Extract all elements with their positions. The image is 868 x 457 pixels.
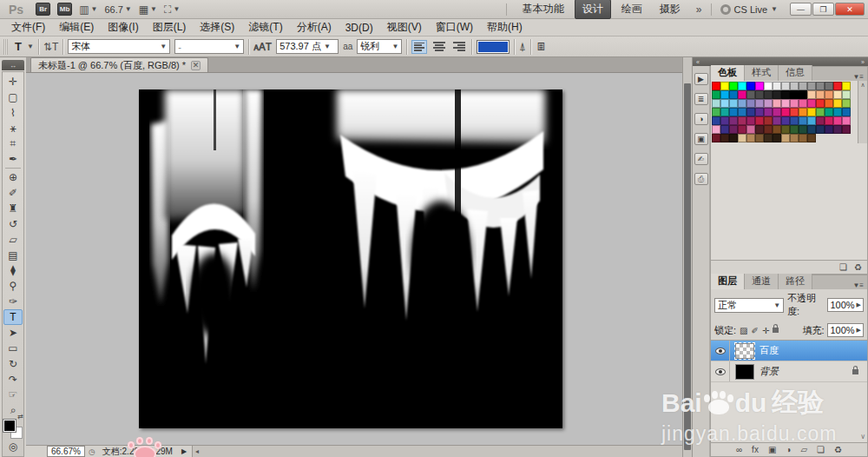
lock-pixels-icon[interactable]: ✐ — [752, 326, 759, 335]
view-extras-button[interactable]: ▥ ▼ — [79, 3, 97, 16]
color-swatch[interactable] — [842, 82, 851, 90]
workspace-基本功能[interactable]: 基本功能 — [516, 0, 571, 18]
cs-live-button[interactable]: CS Live ▼ — [720, 4, 778, 15]
color-swatch[interactable] — [781, 90, 790, 99]
tab-样式[interactable]: 样式 — [745, 65, 779, 81]
color-swatch[interactable] — [712, 125, 720, 134]
dodge-tool-icon[interactable]: ⚲ — [3, 278, 23, 294]
color-swatch[interactable] — [773, 116, 781, 125]
color-swatch[interactable] — [712, 134, 720, 142]
layer-name[interactable]: 百度 — [760, 344, 779, 357]
menu-图层[interactable]: 图层(L) — [147, 18, 193, 36]
color-swatch[interactable] — [790, 125, 799, 134]
color-swatch[interactable] — [720, 116, 729, 125]
color-swatch[interactable] — [833, 116, 842, 125]
menu-滤镜[interactable]: 滤镜(T) — [242, 18, 288, 36]
clone-source-panel-icon[interactable]: ⎙ — [694, 173, 708, 185]
color-swatch[interactable] — [720, 90, 729, 99]
menu-3D[interactable]: 3D(D) — [339, 20, 379, 36]
fill-field[interactable]: 100%▶ — [827, 323, 864, 337]
color-swatch[interactable] — [773, 90, 781, 99]
text-color-swatch[interactable] — [477, 40, 510, 54]
tab-色板[interactable]: 色板 — [711, 65, 745, 81]
color-swatch[interactable] — [712, 116, 720, 125]
color-swatch[interactable] — [755, 125, 764, 134]
menu-分析[interactable]: 分析(A) — [291, 18, 338, 36]
history-brush-tool-icon[interactable]: ↺ — [3, 216, 23, 232]
color-swatch[interactable] — [764, 134, 773, 142]
color-swatch[interactable] — [712, 99, 720, 108]
horizontal-scrollbar[interactable]: ◂ — [192, 446, 682, 457]
font-family-select[interactable]: 宋体▼ — [68, 39, 170, 54]
color-swatch[interactable] — [773, 125, 781, 134]
scrollbar-thumb[interactable] — [684, 83, 691, 450]
color-swatch[interactable] — [799, 116, 807, 125]
color-swatch[interactable] — [755, 82, 764, 90]
toggle-panels-icon[interactable]: 🗏 — [536, 40, 547, 53]
hand-tool-icon[interactable]: ☞ — [3, 387, 23, 403]
color-swatch[interactable] — [816, 82, 825, 90]
new-group-icon[interactable]: ▱ — [800, 445, 807, 454]
workspace-摄影[interactable]: 摄影 — [653, 0, 687, 18]
color-swatch[interactable] — [799, 134, 807, 142]
color-swatch[interactable] — [799, 99, 807, 108]
menu-视图[interactable]: 视图(V) — [381, 18, 428, 36]
color-swatch[interactable] — [712, 90, 720, 99]
expand-panels-icon[interactable]: » — [861, 59, 865, 65]
adjustments-panel-icon[interactable]: ◑ — [694, 113, 708, 125]
arrange-documents-button[interactable]: ▦ ▼ — [139, 3, 157, 16]
color-swatch[interactable] — [764, 125, 773, 134]
eyedropper-tool-icon[interactable]: ✒ — [3, 151, 23, 167]
color-swatch[interactable] — [781, 82, 790, 90]
foreground-color-swatch[interactable] — [3, 420, 16, 432]
color-swatch[interactable] — [746, 99, 755, 108]
color-swatch[interactable] — [799, 125, 807, 134]
layer-mask-icon[interactable]: ▣ — [768, 445, 776, 454]
visibility-toggle[interactable] — [711, 341, 730, 361]
color-swatch[interactable] — [825, 116, 833, 125]
color-swatch[interactable] — [781, 134, 790, 142]
color-swatch[interactable] — [773, 82, 781, 90]
color-swatch[interactable] — [842, 116, 851, 125]
color-swatch[interactable] — [799, 108, 807, 116]
text-orientation-icon[interactable]: ⇅T — [43, 41, 58, 53]
align-right-button[interactable] — [451, 40, 467, 54]
color-swatch[interactable] — [799, 82, 807, 90]
canvas-area[interactable] — [26, 73, 682, 445]
panel-menu-icon[interactable]: ▼≡ — [849, 73, 867, 81]
zoom-level-dropdown[interactable]: 66.7 ▼ — [104, 4, 131, 15]
menu-窗口[interactable]: 窗口(W) — [430, 18, 479, 36]
color-swatch[interactable] — [746, 82, 755, 90]
color-swatch[interactable] — [764, 99, 773, 108]
color-swatch[interactable] — [720, 125, 729, 134]
font-size-select[interactable]: 573.97 点▼ — [276, 39, 339, 54]
move-tool-icon[interactable]: ✛ — [3, 74, 23, 89]
document-tab[interactable]: 未标题-1 @ 66.7% (百度, RGB/8) * ✕ — [30, 57, 208, 72]
layer-name[interactable]: 背景 — [760, 365, 779, 378]
color-swatch[interactable] — [790, 134, 799, 142]
pen-tool-icon[interactable]: ✑ — [3, 294, 23, 309]
orbit-3d-tool-icon[interactable]: ↷ — [3, 372, 23, 387]
color-swatch[interactable] — [816, 116, 825, 125]
type-tool-preset-icon[interactable]: T — [12, 39, 24, 54]
swatches-scrollbar[interactable]: ∧ — [858, 81, 867, 143]
scroll-left-icon[interactable]: ◂ — [193, 447, 201, 455]
color-swatch[interactable] — [781, 125, 790, 134]
lock-position-icon[interactable]: ✛ — [762, 326, 769, 335]
menu-编辑[interactable]: 编辑(E) — [53, 18, 100, 36]
toolbar-collapse-button[interactable]: ↔ — [2, 60, 24, 70]
color-swatch[interactable] — [729, 90, 738, 99]
status-zoom-field[interactable]: 66.67% — [47, 446, 85, 457]
type-tool-icon[interactable]: T — [3, 309, 23, 325]
color-swatch[interactable] — [712, 108, 720, 116]
vertical-scrollbar[interactable] — [682, 57, 692, 457]
color-swatch[interactable] — [790, 108, 799, 116]
color-swatch[interactable] — [773, 99, 781, 108]
workspace-绘画[interactable]: 绘画 — [615, 0, 649, 18]
layer-thumbnail[interactable] — [735, 343, 754, 359]
foreground-background-colors[interactable]: ⇄ — [3, 420, 23, 439]
restore-button[interactable]: ❐ — [812, 3, 834, 16]
clone-stamp-tool-icon[interactable]: ♜ — [3, 201, 23, 216]
anti-alias-select[interactable]: 锐利▼ — [357, 39, 402, 54]
blur-tool-icon[interactable]: ⧫ — [3, 263, 23, 279]
